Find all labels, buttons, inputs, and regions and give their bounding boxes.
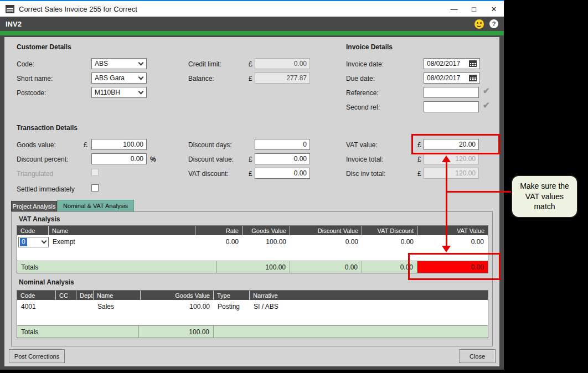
code-value: ABS [95,60,108,68]
col-goods-value: Goods Value [243,226,290,235]
col-code: Code [17,291,56,300]
nominal-table-row[interactable]: 4001 Sales 100.00 Posting SI / ABS [17,300,488,313]
nominal-table-empty-row [17,313,488,325]
invoice-date-field[interactable]: 08/02/2017 [424,58,480,69]
chevron-down-icon [138,60,144,65]
nominal-totals-spacer [214,326,488,338]
due-date-field[interactable]: 08/02/2017 [424,72,480,84]
progress-green-bar [0,31,504,35]
vat-row-goods-value: 100.00 [243,235,290,248]
vat-code-value: 0 [20,238,27,246]
second-ref-check-icon: ✔ [483,100,490,110]
help-icon[interactable]: ? [489,19,498,28]
reference-field[interactable] [424,87,479,98]
calendar-icon[interactable] [469,60,477,67]
nominal-row-dept [76,300,94,313]
discount-value-field[interactable]: 0.00 [255,153,310,164]
vat-table-row[interactable]: 0 Exempt 0.00 100.00 0.00 0.00 0.00 [17,235,488,248]
balance-label: Balance: [188,75,214,82]
disc-inv-total-field: 120.00 [424,168,479,179]
maximize-button[interactable]: □ [464,1,484,17]
credit-limit-currency: £ [249,60,252,68]
invoice-date-value: 08/02/2017 [427,60,460,68]
reference-label: Reference: [346,89,379,97]
post-corrections-button[interactable]: Post Corrections [9,349,65,363]
due-date-label: Due date: [346,75,375,82]
tab-nominal-vat-analysis[interactable]: Nominal & VAT Analysis [57,200,134,211]
app-form-icon [6,5,14,13]
vat-discount-field[interactable]: 0.00 [255,168,310,179]
nominal-row-goods-value: 100.00 [141,300,214,313]
annotation-rect-vat-value-field [411,134,500,154]
vat-discount-label: VAT discount: [188,170,229,178]
nominal-analysis-heading: Nominal Analysis [19,278,74,286]
vat-row-code-cell: 0 [17,235,49,248]
invoice-details-heading: Invoice Details [346,43,393,51]
reference-check-icon: ✔ [483,86,490,96]
vat-totals-label: Totals [17,261,217,273]
goods-value-currency: £ [84,141,87,149]
second-ref-field[interactable] [424,101,479,112]
discount-value-label: Discount value: [188,156,234,163]
vat-row-name: Exempt [49,235,195,248]
due-date-value: 08/02/2017 [427,74,460,82]
dialog-window: Correct Sales Invoice 255 for Correct — … [0,0,504,370]
code-label: Code: [17,60,34,68]
discount-percent-label: Discount percent: [17,156,68,163]
minimize-button[interactable]: — [444,1,464,17]
col-vat-value: VAT Value [417,226,488,235]
transaction-details-heading: Transaction Details [17,124,78,132]
col-rate: Rate [195,226,243,235]
disc-inv-total-currency: £ [417,170,421,178]
chevron-down-icon [138,74,144,80]
goods-value-field[interactable]: 100.00 [91,139,147,150]
code-select[interactable]: ABS [91,58,147,69]
nominal-row-narrative: SI / ABS [250,300,488,313]
goods-value-label: Goods value: [17,141,56,149]
chevron-down-icon [42,238,47,244]
discount-value-currency: £ [249,156,252,163]
close-button[interactable]: Close [459,349,496,363]
col-goods-value: Goods Value [141,291,214,300]
percent-suffix: % [150,156,156,163]
vat-row-vat-value: 0.00 [417,235,488,248]
credit-limit-label: Credit limit: [188,60,221,68]
tab-project-analysis[interactable]: Project Analysis [11,201,57,211]
vat-row-vat-discount: 0.00 [362,235,417,248]
window-title: Correct Sales Invoice 255 for Correct [19,5,137,13]
discount-days-field[interactable]: 0 [255,139,310,150]
settled-immediately-checkbox[interactable] [91,184,99,191]
col-narrative: Narrative [250,291,488,300]
nominal-row-code: 4001 [17,300,56,313]
invoice-total-field: 120.00 [424,153,479,164]
nominal-row-cc [56,300,76,313]
close-window-button[interactable]: ✕ [484,1,504,17]
disc-inv-total-label: Disc inv total: [346,170,385,178]
discount-percent-field[interactable]: 0.00 [91,153,147,164]
balance-field: 277.87 [255,72,310,84]
short-name-select[interactable]: ABS Gara [91,72,147,84]
annotation-vertical-line [446,162,447,246]
vat-row-rate: 0.00 [195,235,243,248]
calendar-icon[interactable] [469,75,477,81]
nominal-row-name: Sales [94,300,141,313]
col-discount-value: Discount Value [290,226,362,235]
vat-code-select[interactable]: 0 [18,237,49,247]
annotation-callout: Make sure the VAT values match [511,175,578,218]
triangulated-checkbox [91,169,99,176]
vat-value-label: VAT value: [346,141,378,149]
chevron-down-icon [138,89,144,94]
vat-row-discount-value: 0.00 [290,235,362,248]
postcode-value: M110BH [95,89,120,96]
postcode-select[interactable]: M110BH [91,87,147,98]
credit-limit-field: 0.00 [255,58,310,69]
settled-immediately-label: Settled immediately [17,185,75,193]
feedback-smiley-icon[interactable] [474,19,484,29]
invoice-total-label: Invoice total: [346,156,383,163]
annotation-connector-line [447,191,511,193]
col-vat-discount: VAT Discount [362,226,417,235]
balance-currency: £ [249,75,252,82]
col-cc: CC [56,291,76,300]
nominal-analysis-table: Code CC Dept Name Goods Value Type Narra… [17,290,488,338]
nominal-totals-goods-value: 100.00 [139,326,214,338]
